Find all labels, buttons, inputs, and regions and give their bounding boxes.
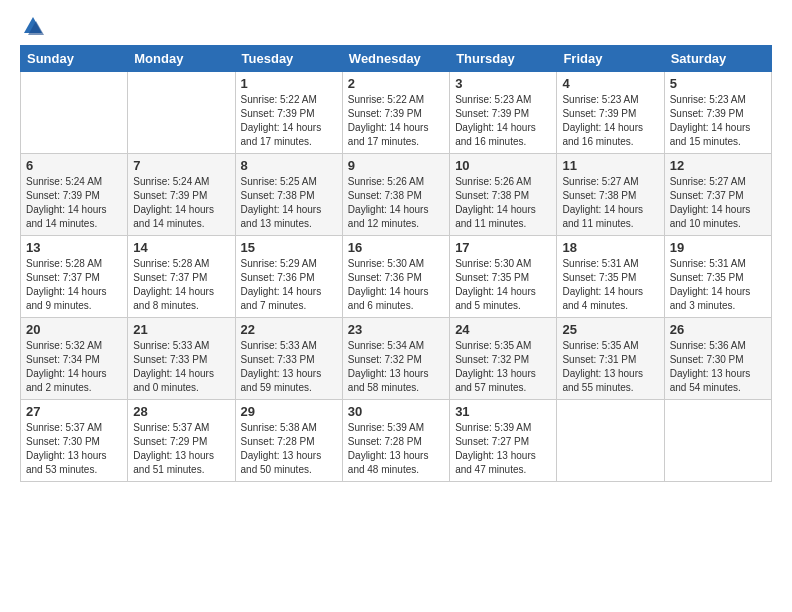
calendar-cell: 12Sunrise: 5:27 AM Sunset: 7:37 PM Dayli… <box>664 154 771 236</box>
calendar-header-saturday: Saturday <box>664 46 771 72</box>
calendar-header-friday: Friday <box>557 46 664 72</box>
day-number: 5 <box>670 76 766 91</box>
day-detail: Sunrise: 5:27 AM Sunset: 7:37 PM Dayligh… <box>670 175 766 231</box>
calendar-cell: 14Sunrise: 5:28 AM Sunset: 7:37 PM Dayli… <box>128 236 235 318</box>
day-detail: Sunrise: 5:26 AM Sunset: 7:38 PM Dayligh… <box>455 175 551 231</box>
day-number: 8 <box>241 158 337 173</box>
day-detail: Sunrise: 5:34 AM Sunset: 7:32 PM Dayligh… <box>348 339 444 395</box>
calendar-cell: 8Sunrise: 5:25 AM Sunset: 7:38 PM Daylig… <box>235 154 342 236</box>
calendar-week-row: 20Sunrise: 5:32 AM Sunset: 7:34 PM Dayli… <box>21 318 772 400</box>
calendar-header-monday: Monday <box>128 46 235 72</box>
day-number: 4 <box>562 76 658 91</box>
calendar-cell: 10Sunrise: 5:26 AM Sunset: 7:38 PM Dayli… <box>450 154 557 236</box>
day-detail: Sunrise: 5:23 AM Sunset: 7:39 PM Dayligh… <box>455 93 551 149</box>
day-number: 19 <box>670 240 766 255</box>
day-number: 21 <box>133 322 229 337</box>
day-detail: Sunrise: 5:31 AM Sunset: 7:35 PM Dayligh… <box>562 257 658 313</box>
day-detail: Sunrise: 5:35 AM Sunset: 7:32 PM Dayligh… <box>455 339 551 395</box>
calendar-cell: 11Sunrise: 5:27 AM Sunset: 7:38 PM Dayli… <box>557 154 664 236</box>
calendar-cell: 9Sunrise: 5:26 AM Sunset: 7:38 PM Daylig… <box>342 154 449 236</box>
calendar-header-thursday: Thursday <box>450 46 557 72</box>
header-area <box>20 15 772 37</box>
day-number: 6 <box>26 158 122 173</box>
day-number: 7 <box>133 158 229 173</box>
day-detail: Sunrise: 5:22 AM Sunset: 7:39 PM Dayligh… <box>241 93 337 149</box>
day-number: 20 <box>26 322 122 337</box>
day-detail: Sunrise: 5:39 AM Sunset: 7:28 PM Dayligh… <box>348 421 444 477</box>
calendar-cell: 17Sunrise: 5:30 AM Sunset: 7:35 PM Dayli… <box>450 236 557 318</box>
calendar-cell: 18Sunrise: 5:31 AM Sunset: 7:35 PM Dayli… <box>557 236 664 318</box>
day-detail: Sunrise: 5:24 AM Sunset: 7:39 PM Dayligh… <box>26 175 122 231</box>
day-number: 12 <box>670 158 766 173</box>
day-detail: Sunrise: 5:36 AM Sunset: 7:30 PM Dayligh… <box>670 339 766 395</box>
day-number: 11 <box>562 158 658 173</box>
calendar-cell: 3Sunrise: 5:23 AM Sunset: 7:39 PM Daylig… <box>450 72 557 154</box>
day-number: 22 <box>241 322 337 337</box>
day-detail: Sunrise: 5:25 AM Sunset: 7:38 PM Dayligh… <box>241 175 337 231</box>
day-number: 10 <box>455 158 551 173</box>
calendar-cell: 6Sunrise: 5:24 AM Sunset: 7:39 PM Daylig… <box>21 154 128 236</box>
calendar-page: SundayMondayTuesdayWednesdayThursdayFrid… <box>0 0 792 612</box>
day-number: 1 <box>241 76 337 91</box>
day-number: 28 <box>133 404 229 419</box>
calendar-body: 1Sunrise: 5:22 AM Sunset: 7:39 PM Daylig… <box>21 72 772 482</box>
calendar-cell: 15Sunrise: 5:29 AM Sunset: 7:36 PM Dayli… <box>235 236 342 318</box>
calendar-cell <box>21 72 128 154</box>
calendar-cell: 24Sunrise: 5:35 AM Sunset: 7:32 PM Dayli… <box>450 318 557 400</box>
day-detail: Sunrise: 5:24 AM Sunset: 7:39 PM Dayligh… <box>133 175 229 231</box>
calendar-cell: 23Sunrise: 5:34 AM Sunset: 7:32 PM Dayli… <box>342 318 449 400</box>
day-number: 26 <box>670 322 766 337</box>
day-detail: Sunrise: 5:23 AM Sunset: 7:39 PM Dayligh… <box>562 93 658 149</box>
calendar-header-tuesday: Tuesday <box>235 46 342 72</box>
calendar-cell: 30Sunrise: 5:39 AM Sunset: 7:28 PM Dayli… <box>342 400 449 482</box>
day-number: 31 <box>455 404 551 419</box>
day-detail: Sunrise: 5:23 AM Sunset: 7:39 PM Dayligh… <box>670 93 766 149</box>
day-number: 2 <box>348 76 444 91</box>
calendar-cell <box>128 72 235 154</box>
day-detail: Sunrise: 5:35 AM Sunset: 7:31 PM Dayligh… <box>562 339 658 395</box>
day-detail: Sunrise: 5:32 AM Sunset: 7:34 PM Dayligh… <box>26 339 122 395</box>
calendar-cell <box>664 400 771 482</box>
day-detail: Sunrise: 5:38 AM Sunset: 7:28 PM Dayligh… <box>241 421 337 477</box>
calendar-cell: 22Sunrise: 5:33 AM Sunset: 7:33 PM Dayli… <box>235 318 342 400</box>
day-number: 17 <box>455 240 551 255</box>
calendar-cell: 1Sunrise: 5:22 AM Sunset: 7:39 PM Daylig… <box>235 72 342 154</box>
day-number: 15 <box>241 240 337 255</box>
day-detail: Sunrise: 5:30 AM Sunset: 7:35 PM Dayligh… <box>455 257 551 313</box>
calendar-cell: 4Sunrise: 5:23 AM Sunset: 7:39 PM Daylig… <box>557 72 664 154</box>
day-number: 23 <box>348 322 444 337</box>
calendar-cell: 7Sunrise: 5:24 AM Sunset: 7:39 PM Daylig… <box>128 154 235 236</box>
day-number: 13 <box>26 240 122 255</box>
calendar-week-row: 13Sunrise: 5:28 AM Sunset: 7:37 PM Dayli… <box>21 236 772 318</box>
calendar-cell: 16Sunrise: 5:30 AM Sunset: 7:36 PM Dayli… <box>342 236 449 318</box>
day-detail: Sunrise: 5:27 AM Sunset: 7:38 PM Dayligh… <box>562 175 658 231</box>
day-number: 25 <box>562 322 658 337</box>
day-detail: Sunrise: 5:37 AM Sunset: 7:29 PM Dayligh… <box>133 421 229 477</box>
day-detail: Sunrise: 5:39 AM Sunset: 7:27 PM Dayligh… <box>455 421 551 477</box>
calendar-week-row: 1Sunrise: 5:22 AM Sunset: 7:39 PM Daylig… <box>21 72 772 154</box>
calendar-table: SundayMondayTuesdayWednesdayThursdayFrid… <box>20 45 772 482</box>
calendar-cell: 20Sunrise: 5:32 AM Sunset: 7:34 PM Dayli… <box>21 318 128 400</box>
day-detail: Sunrise: 5:22 AM Sunset: 7:39 PM Dayligh… <box>348 93 444 149</box>
day-detail: Sunrise: 5:31 AM Sunset: 7:35 PM Dayligh… <box>670 257 766 313</box>
calendar-cell: 2Sunrise: 5:22 AM Sunset: 7:39 PM Daylig… <box>342 72 449 154</box>
calendar-header-sunday: Sunday <box>21 46 128 72</box>
calendar-week-row: 27Sunrise: 5:37 AM Sunset: 7:30 PM Dayli… <box>21 400 772 482</box>
day-number: 14 <box>133 240 229 255</box>
day-detail: Sunrise: 5:33 AM Sunset: 7:33 PM Dayligh… <box>241 339 337 395</box>
calendar-header-wednesday: Wednesday <box>342 46 449 72</box>
day-number: 24 <box>455 322 551 337</box>
calendar-cell: 13Sunrise: 5:28 AM Sunset: 7:37 PM Dayli… <box>21 236 128 318</box>
calendar-cell: 25Sunrise: 5:35 AM Sunset: 7:31 PM Dayli… <box>557 318 664 400</box>
logo <box>20 15 44 37</box>
calendar-cell: 19Sunrise: 5:31 AM Sunset: 7:35 PM Dayli… <box>664 236 771 318</box>
day-detail: Sunrise: 5:28 AM Sunset: 7:37 PM Dayligh… <box>26 257 122 313</box>
day-detail: Sunrise: 5:37 AM Sunset: 7:30 PM Dayligh… <box>26 421 122 477</box>
day-number: 18 <box>562 240 658 255</box>
day-number: 9 <box>348 158 444 173</box>
day-detail: Sunrise: 5:29 AM Sunset: 7:36 PM Dayligh… <box>241 257 337 313</box>
calendar-header-row: SundayMondayTuesdayWednesdayThursdayFrid… <box>21 46 772 72</box>
day-detail: Sunrise: 5:33 AM Sunset: 7:33 PM Dayligh… <box>133 339 229 395</box>
day-number: 30 <box>348 404 444 419</box>
calendar-cell: 5Sunrise: 5:23 AM Sunset: 7:39 PM Daylig… <box>664 72 771 154</box>
